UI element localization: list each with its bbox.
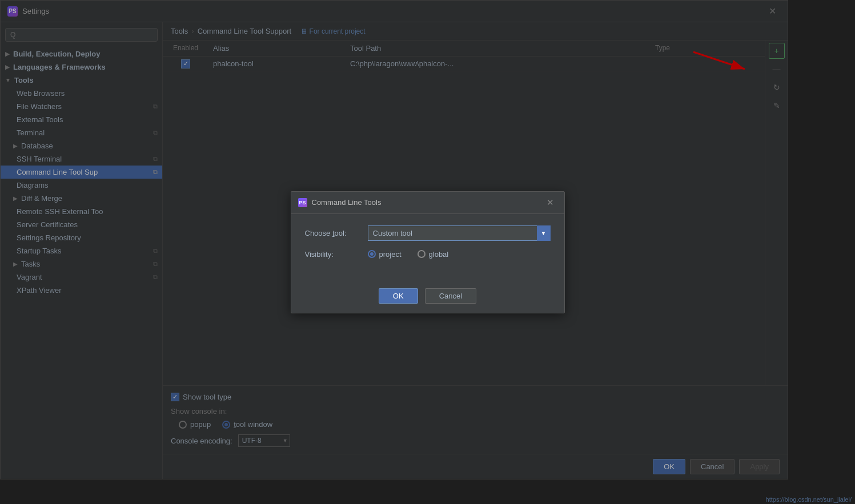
radio-global-label: global: [429, 250, 449, 259]
modal-overlay: PS Command Line Tools ✕ Choose tool: Cus…: [0, 0, 855, 504]
choose-tool-field: Choose tool: Custom tool PHP Composer No…: [305, 225, 551, 241]
modal-title-bar: PS Command Line Tools ✕: [291, 192, 564, 214]
radio-global-circle: [418, 250, 426, 258]
visibility-options: project global: [368, 250, 449, 259]
choose-tool-select-wrapper: Custom tool PHP Composer Node.js ▼: [368, 225, 551, 241]
modal-title: Command Line Tools: [312, 198, 382, 207]
radio-project-label: project: [379, 250, 402, 259]
choose-tool-select[interactable]: Custom tool PHP Composer Node.js: [368, 225, 551, 241]
modal-close-button[interactable]: ✕: [543, 196, 557, 209]
visibility-global[interactable]: global: [418, 250, 449, 259]
choose-tool-label: Choose tool:: [305, 229, 368, 237]
modal-body: Choose tool: Custom tool PHP Composer No…: [291, 214, 564, 281]
modal-dialog: PS Command Line Tools ✕ Choose tool: Cus…: [291, 191, 565, 313]
radio-project-circle: [368, 250, 376, 258]
visibility-project[interactable]: project: [368, 250, 402, 259]
modal-footer: OK Cancel: [291, 281, 564, 313]
modal-ok-button[interactable]: OK: [379, 288, 418, 304]
modal-app-icon: PS: [298, 198, 307, 207]
visibility-field: Visibility: project global: [305, 250, 551, 259]
modal-cancel-button[interactable]: Cancel: [425, 288, 476, 304]
visibility-label: Visibility:: [305, 250, 368, 259]
